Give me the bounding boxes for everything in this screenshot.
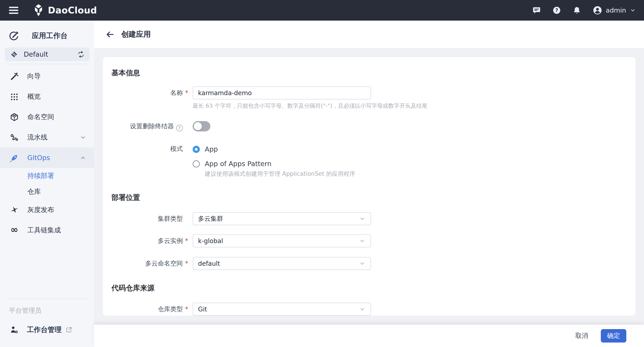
mode-option-app[interactable]: App [193,145,371,153]
create-app-form: 基本信息 名称 * 最长 63 个字符，只能包含小写字母、数字及分隔符("-")… [103,57,636,316]
topbar: DaoCloud ? [0,0,644,21]
required-marker: * [183,86,193,99]
username: admin [606,7,626,14]
page-header: 创建应用 [94,21,644,48]
name-label: 名称 [112,86,183,99]
mode-option-helper: 建议使用该模式创建用于管理 ApplicationSet 的应用程序 [205,170,371,178]
menu-toggle-button[interactable] [9,7,18,14]
workspace-header: 应用工作台 [8,31,94,41]
brand-name: DaoCloud [48,5,97,16]
name-helper: 最长 63 个字符，只能包含小写字母、数字及分隔符("-")，且必须以小写字母或… [193,102,371,110]
app-root: DaoCloud ? [0,0,644,347]
chevron-down-icon [80,134,86,141]
required-marker: * [183,234,193,247]
help-icon[interactable]: ? [552,6,561,15]
page-footer: 取消 确定 [94,325,644,347]
required-marker: * [183,257,193,270]
role-label: 平台管理员 [9,306,94,315]
chevron-up-icon [80,154,86,161]
sidebar-item-continuous-deployment[interactable]: 持续部署 [0,168,94,184]
sidebar-item-gitops[interactable]: GitOps [0,148,94,168]
page-title: 创建应用 [121,29,151,39]
admin-user-icon [10,325,19,334]
svg-text:?: ? [556,8,558,13]
cluster-type-select[interactable]: 多云集群 [193,212,371,225]
sidebar-item-label: 工作台管理 [27,325,62,334]
grid-icon [10,92,19,101]
finalizer-toggle[interactable] [193,121,210,131]
avatar-icon [593,6,602,15]
divider [7,299,88,299]
multicloud-instance-select[interactable]: k-global [193,234,371,247]
sidebar-nav: 向导 概览 [0,66,94,240]
required-marker: * [183,303,193,316]
topbar-actions: ? admin [532,6,636,15]
main-area: 创建应用 基本信息 名称 * 最长 63 个字符，只能包含小写字母、数字及分隔符… [94,21,644,347]
field-cluster-type: 集群类型 多云集群 [112,212,636,225]
sidebar-item-label: 向导 [27,72,41,81]
sidebar-item-label: 仓库 [27,187,41,196]
sidebar: 应用工作台 Default [0,21,94,347]
sidebar-item-label: 概览 [27,92,41,101]
question-circle-icon[interactable]: ? [176,125,183,131]
infinity-icon: ∞ [10,226,19,235]
field-finalizer: 设置删除终结器? [112,121,636,131]
pipeline-icon [10,133,19,142]
divider [7,64,88,64]
content: 基本信息 名称 * 最长 63 个字符，只能包含小写字母、数字及分隔符("-")… [94,48,644,325]
chevron-down-icon [359,215,366,222]
sidebar-footer: 平台管理员 工作台管理 [0,299,94,347]
field-name: 名称 * 最长 63 个字符，只能包含小写字母、数字及分隔符("-")，且必须以… [112,86,636,110]
workbench-icon [8,31,19,41]
chevron-down-icon [359,237,366,244]
workspace-selector[interactable]: Default [5,48,90,61]
messages-icon[interactable] [532,6,541,15]
hamburger-icon [9,7,18,8]
chevron-down-icon [359,260,366,267]
rocket-icon [10,153,19,162]
chevron-down-icon [359,306,366,312]
mode-option-app-of-apps[interactable]: App of Apps Pattern [193,160,371,168]
sidebar-item-repository[interactable]: 仓库 [0,184,94,200]
field-repo-type: 仓库类型 * Git [112,303,636,316]
chevron-down-icon [630,7,636,14]
sidebar-item-workbench-manage[interactable]: 工作台管理 [0,325,94,334]
switch-workspace-icon[interactable] [78,51,84,58]
finalizer-label: 设置删除终结器? [112,121,183,131]
notifications-icon[interactable] [572,6,581,15]
field-multicloud-namespace: 多云命名空间 * default [112,257,636,270]
sidebar-item-toolchain[interactable]: ∞ 工具链集成 [0,220,94,240]
section-basic-info: 基本信息 [112,68,636,77]
multicloud-namespace-label: 多云命名空间 [112,257,183,270]
field-mode: 模式 App App of Apps Pattern 建议使用该模式 [112,145,636,178]
sidebar-item-pipeline[interactable]: 流水线 [0,127,94,148]
external-link-icon [66,326,72,333]
field-multicloud-instance: 多云实例 * k-global [112,234,636,247]
sidebar-item-label: 持续部署 [27,171,54,180]
section-repo-source: 代码仓库来源 [112,283,636,292]
cube-icon [10,113,19,122]
sidebar-item-wizard[interactable]: 向导 [0,66,94,86]
mode-label: 模式 [112,145,183,152]
bird-icon [10,205,19,214]
cancel-button[interactable]: 取消 [574,331,590,340]
user-menu[interactable]: admin [593,6,636,15]
back-button[interactable] [106,30,114,39]
sidebar-item-overview[interactable]: 概览 [0,86,94,107]
name-input[interactable] [193,86,371,99]
sidebar-item-namespace[interactable]: 命名空间 [0,107,94,127]
repo-type-select[interactable]: Git [193,303,371,316]
sidebar-item-label: GitOps [27,154,50,162]
workspace-name: Default [24,50,72,58]
radio-selected-icon[interactable] [193,146,200,153]
brand[interactable]: DaoCloud [33,4,97,17]
multicloud-namespace-select[interactable]: default [193,257,371,270]
workspace-title: 应用工作台 [32,31,68,41]
wand-icon [10,72,19,81]
sidebar-item-gray-release[interactable]: 灰度发布 [0,200,94,220]
radio-unselected-icon[interactable] [193,160,200,167]
sidebar-item-label: 灰度发布 [27,205,54,214]
sidebar-item-label: 流水线 [27,133,48,142]
confirm-button[interactable]: 确定 [601,329,626,342]
workspace-icon [10,51,18,58]
